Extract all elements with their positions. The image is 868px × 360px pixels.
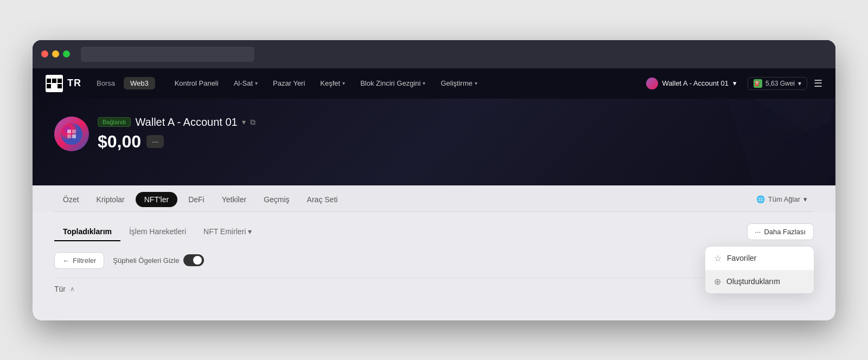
- tabs-row: Özet Kriptolar NFT'ler DeFi Yetkiler Geç…: [54, 185, 814, 212]
- maximize-button[interactable]: [63, 50, 70, 57]
- hamburger-menu-icon[interactable]: ☰: [814, 78, 822, 89]
- wallet-name: Wallet A - Account 01: [662, 79, 729, 87]
- connected-badge: Bağlandı: [98, 117, 131, 127]
- copy-icon[interactable]: ⧉: [250, 118, 256, 127]
- hero-section: Bağlandı Wallet A - Account 01 ▾ ⧉ $0,00…: [33, 99, 835, 185]
- nav-pill-web3[interactable]: Web3: [124, 77, 155, 89]
- nav-link-marketplace[interactable]: Pazar Yeri: [266, 76, 311, 91]
- more-dropdown: ☆ Favoriler ⊕ Oluşturduklarım: [705, 247, 814, 293]
- logo-icon: [46, 75, 63, 92]
- wallet-chevron-icon: ▾: [733, 79, 737, 87]
- svg-rect-3: [47, 84, 51, 88]
- svg-rect-2: [58, 79, 62, 83]
- tabs-section: Özet Kriptolar NFT'ler DeFi Yetkiler Geç…: [33, 185, 835, 212]
- suspicious-toggle[interactable]: [183, 254, 204, 266]
- tab-yetkiler[interactable]: Yetkiler: [213, 188, 255, 211]
- balance-row: $0,00 ···: [98, 132, 256, 152]
- svg-rect-0: [47, 79, 51, 83]
- chevron-down-icon: ▾: [255, 80, 258, 86]
- gwei-selector[interactable]: ⛽ 5,63 Gwei ▾: [748, 77, 807, 90]
- orders-chevron-icon: ▾: [248, 227, 252, 236]
- chevron-down-icon: ▾: [423, 80, 425, 86]
- avatar: [54, 117, 89, 151]
- dropdown-item-created[interactable]: ⊕ Oluşturduklarım: [705, 270, 814, 293]
- more-button[interactable]: ··· Daha Fazlası: [747, 223, 814, 240]
- tabs-right: 🌐 Tüm Ağlar ▾: [750, 192, 814, 207]
- account-info: Bağlandı Wallet A - Account 01 ▾ ⧉ $0,00…: [98, 116, 256, 152]
- nav-pill-borsa[interactable]: Borsa: [90, 77, 122, 89]
- account-name: Wallet A - Account 01: [135, 116, 237, 128]
- minimize-button[interactable]: [52, 50, 59, 57]
- tab-nftler[interactable]: NFT'ler: [136, 192, 177, 207]
- gwei-value: 5,63 Gwei: [765, 80, 795, 87]
- nav-links: Kontrol Paneli Al-Sat ▾ Pazar Yeri Keşfe…: [168, 76, 642, 91]
- sub-tabs-row: Topladıklarım İşlem Hareketleri NFT Emir…: [54, 223, 814, 241]
- nav-link-buy-sell[interactable]: Al-Sat ▾: [227, 76, 264, 91]
- all-networks-label: Tüm Ağlar: [768, 195, 800, 203]
- tab-gecmis[interactable]: Geçmiş: [255, 188, 298, 211]
- account-name-row: Bağlandı Wallet A - Account 01 ▾ ⧉: [98, 116, 256, 128]
- favorites-label: Favoriler: [727, 254, 756, 262]
- created-label: Oluşturduklarım: [726, 277, 780, 286]
- more-icon: ···: [755, 228, 761, 236]
- svg-rect-12: [72, 130, 76, 133]
- url-bar[interactable]: [81, 47, 254, 62]
- nav-link-develop[interactable]: Geliştirme ▾: [434, 76, 484, 91]
- content-section: Topladıklarım İşlem Hareketleri NFT Emir…: [33, 212, 835, 320]
- sub-tab-collected[interactable]: Topladıklarım: [54, 223, 120, 241]
- wallet-selector[interactable]: Wallet A - Account 01 ▾: [642, 75, 741, 92]
- sub-tab-transactions[interactable]: İşlem Hareketleri: [120, 223, 195, 241]
- svg-rect-11: [67, 130, 71, 133]
- toggle-knob: [193, 256, 202, 265]
- nav-pills: Borsa Web3: [90, 77, 155, 89]
- suspicious-toggle-row: Şüpheli Ögeleri Gizle: [113, 254, 204, 266]
- filter-button[interactable]: ← Filtreler: [54, 252, 104, 269]
- top-nav: TR Borsa Web3 Kontrol Paneli Al-Sat ▾ Pa…: [33, 68, 835, 99]
- star-icon: ☆: [714, 253, 722, 263]
- networks-chevron-icon: ▾: [803, 195, 807, 203]
- wallet-avatar-icon: [646, 78, 658, 89]
- account-chevron-icon[interactable]: ▾: [242, 118, 246, 126]
- nav-link-blockchain-explorer[interactable]: Blok Zinciri Gezgini ▾: [354, 76, 432, 91]
- tab-arac-seti[interactable]: Araç Seti: [298, 188, 347, 211]
- tab-kriptolar[interactable]: Kriptolar: [88, 188, 133, 211]
- gwei-icon: ⛽: [754, 79, 762, 88]
- filter-arrow-icon: ←: [62, 256, 69, 265]
- gwei-chevron-icon: ▾: [798, 80, 801, 87]
- browser-window: TR Borsa Web3 Kontrol Paneli Al-Sat ▾ Pa…: [33, 40, 835, 320]
- nav-link-dashboard[interactable]: Kontrol Paneli: [168, 76, 225, 91]
- globe-icon: 🌐: [756, 195, 765, 203]
- filter-row: ← Filtreler Şüpheli Ögeleri Gizle 🔍: [54, 252, 814, 269]
- svg-rect-14: [72, 134, 76, 138]
- traffic-lights: [41, 50, 70, 57]
- tab-defi[interactable]: DeFi: [180, 188, 213, 211]
- sub-tab-nft-orders[interactable]: NFT Emirleri ▾: [195, 223, 260, 241]
- logo-text: TR: [67, 78, 81, 89]
- plus-circle-icon: ⊕: [714, 277, 721, 287]
- balance-more-button[interactable]: ···: [146, 135, 164, 148]
- all-networks-button[interactable]: 🌐 Tüm Ağlar ▾: [750, 192, 814, 207]
- balance-value: $0,00: [98, 132, 141, 152]
- type-row: Tür ∧: [54, 278, 814, 300]
- svg-rect-4: [58, 84, 62, 88]
- account-row: Bağlandı Wallet A - Account 01 ▾ ⧉ $0,00…: [54, 116, 814, 152]
- svg-rect-13: [67, 134, 71, 138]
- browser-chrome: [33, 40, 835, 68]
- type-label: Tür: [54, 285, 66, 293]
- svg-point-10: [61, 123, 82, 145]
- logo: TR: [46, 75, 81, 92]
- nav-right: Wallet A - Account 01 ▾ ⛽ 5,63 Gwei ▾ ☰: [642, 75, 822, 92]
- tab-ozet[interactable]: Özet: [54, 188, 88, 211]
- type-chevron-icon[interactable]: ∧: [70, 285, 75, 293]
- suspicious-label: Şüpheli Ögeleri Gizle: [113, 256, 179, 265]
- hero-content: Bağlandı Wallet A - Account 01 ▾ ⧉ $0,00…: [54, 116, 814, 152]
- nav-link-explore[interactable]: Keşfet ▾: [314, 76, 352, 91]
- svg-rect-1: [52, 79, 56, 83]
- close-button[interactable]: [41, 50, 48, 57]
- dropdown-item-favorites[interactable]: ☆ Favoriler: [705, 247, 814, 270]
- chevron-down-icon: ▾: [342, 80, 345, 86]
- chevron-down-icon: ▾: [475, 80, 477, 86]
